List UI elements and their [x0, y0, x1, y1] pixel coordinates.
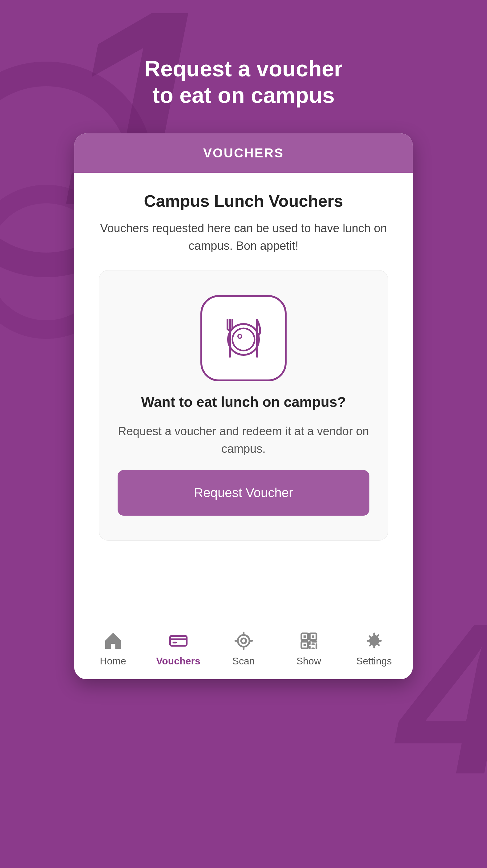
svg-point-12 [241, 639, 246, 644]
scan-icon [233, 630, 254, 652]
nav-label-scan: Scan [232, 655, 255, 667]
nav-item-home[interactable]: Home [88, 630, 138, 667]
nav-item-show[interactable]: Show [284, 630, 333, 667]
svg-point-5 [232, 328, 255, 350]
card-header: VOUCHERS [74, 133, 413, 173]
vouchers-icon [167, 630, 189, 652]
voucher-cta-title: Want to eat lunch on campus? [141, 394, 346, 410]
nav-item-scan[interactable]: Scan [219, 630, 268, 667]
svg-rect-22 [303, 644, 306, 646]
page-title-line1: Request a voucher [144, 56, 343, 81]
bottom-nav: Home Vouchers [74, 621, 413, 679]
request-voucher-button[interactable]: Request Voucher [118, 470, 369, 516]
show-icon [298, 630, 320, 652]
page-title: Request a voucher to eat on campus [144, 56, 343, 109]
svg-rect-8 [170, 636, 187, 646]
nav-item-vouchers[interactable]: Vouchers [154, 630, 203, 667]
voucher-cta-desc: Request a voucher and redeem it at a ven… [118, 423, 369, 458]
nav-label-vouchers: Vouchers [156, 655, 200, 667]
svg-rect-18 [303, 636, 306, 638]
voucher-box: Want to eat lunch on campus? Request a v… [99, 270, 388, 540]
card-footer [74, 559, 413, 621]
nav-item-settings[interactable]: Settings [349, 630, 399, 667]
nav-label-show: Show [296, 655, 321, 667]
svg-point-6 [238, 335, 242, 338]
page-title-line2: to eat on campus [152, 83, 335, 107]
settings-icon [363, 630, 385, 652]
card-body: Campus Lunch Vouchers Vouchers requested… [74, 173, 413, 559]
main-card: VOUCHERS Campus Lunch Vouchers Vouchers … [74, 133, 413, 679]
card-main-title: Campus Lunch Vouchers [99, 191, 388, 210]
svg-point-11 [238, 635, 249, 647]
nav-label-settings: Settings [356, 655, 392, 667]
card-description: Vouchers requested here can be used to h… [99, 220, 388, 255]
meal-icon-wrapper [200, 295, 287, 381]
svg-rect-20 [312, 636, 314, 638]
card-header-title: VOUCHERS [203, 146, 284, 160]
home-icon [102, 630, 124, 652]
svg-rect-10 [172, 642, 177, 643]
nav-label-home: Home [100, 655, 126, 667]
meal-icon [213, 307, 274, 369]
